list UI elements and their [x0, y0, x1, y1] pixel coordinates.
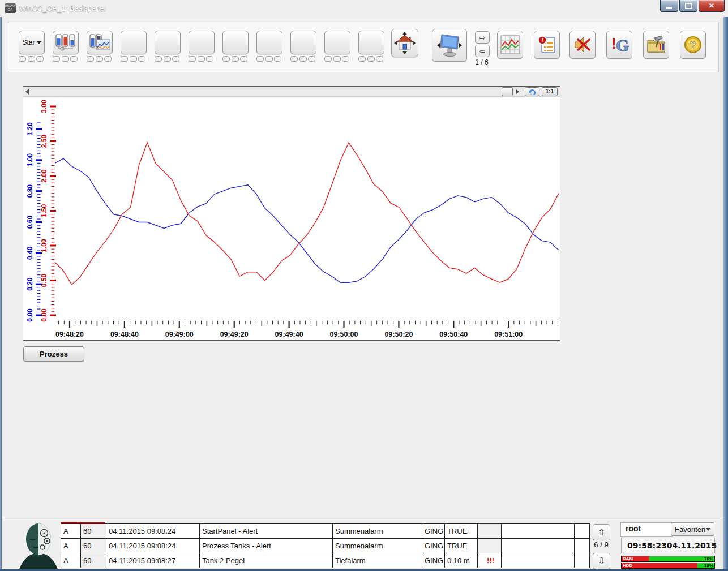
hdd-percent: 18% [704, 563, 713, 568]
toolbar-empty-button-7[interactable] [324, 31, 350, 54]
scroll-left-icon[interactable] [25, 89, 29, 95]
trend-ratio-button[interactable]: 1:1 [542, 87, 558, 96]
minimize-icon [666, 7, 672, 9]
trend-scroll-strip[interactable]: 1:1 [23, 87, 560, 97]
undo-arrow-icon [528, 88, 536, 95]
favorites-label: Favoriten [675, 525, 705, 534]
toolbar-empty-button-6[interactable] [290, 31, 316, 54]
page-back-button[interactable]: ⇦ [475, 45, 490, 57]
led-strip [189, 56, 213, 62]
svg-text:G: G [616, 36, 629, 54]
svg-text:09:49:00: 09:49:00 [165, 330, 194, 338]
mute-horn-icon [573, 35, 592, 54]
arrow-up-icon: ⇧ [598, 527, 605, 538]
arrow-right-icon: ⇨ [479, 33, 486, 42]
ging-acknowledge-icon: G ! [610, 35, 629, 54]
tanks-overview-icon [55, 34, 76, 51]
alarm-table-red-marker [61, 522, 105, 523]
window-frame-right [723, 17, 728, 571]
toolbar-empty-button-3[interactable] [189, 31, 215, 54]
monitor-icon [434, 31, 465, 60]
alarm-table[interactable]: A6004.11.2015 09:08:24StartPanel - Alert… [61, 523, 590, 568]
tanks-overview-button[interactable] [53, 31, 79, 54]
led-strip [256, 56, 281, 62]
toolbar-empty-button-5[interactable] [256, 31, 282, 54]
help-button[interactable]: ? [680, 31, 706, 59]
trend-plot[interactable]: 0.000.200.400.600.801.001.200.000.501.00… [23, 97, 560, 340]
chevron-down-icon [706, 528, 710, 531]
system-tools-button[interactable] [643, 31, 669, 59]
window-title: WinCC_OA_1: Basispanel [19, 4, 105, 12]
svg-text:09:49:20: 09:49:20 [220, 330, 249, 338]
tanks-trend-button[interactable] [87, 31, 113, 54]
alarm-scroll-up-button[interactable]: ⇧ [593, 524, 610, 540]
svg-text:09:48:20: 09:48:20 [55, 330, 84, 338]
current-date: 04.11.2015 [667, 541, 717, 550]
minimize-button[interactable] [660, 0, 678, 12]
mute-horn-button[interactable] [569, 31, 596, 59]
trend-curves-icon [500, 35, 520, 54]
svg-text:09:50:40: 09:50:40 [439, 330, 468, 338]
tab-prozess[interactable]: Prozess [23, 346, 84, 362]
trend-undo-zoom-button[interactable] [525, 87, 539, 96]
svg-text:1.50: 1.50 [40, 204, 48, 217]
toolbar-empty-button-1[interactable] [121, 31, 147, 54]
alarm-table-body: A6004.11.2015 09:08:24StartPanel - Alert… [61, 524, 590, 568]
alarm-row[interactable]: A6004.11.2015 09:08:24Prozess Tanks - Al… [61, 539, 590, 553]
toolbar-empty-button-8[interactable] [358, 31, 384, 54]
led-strip [358, 56, 383, 62]
toolbar-empty-button-4[interactable] [222, 31, 249, 54]
alarm-row[interactable]: A6004.11.2015 09:08:24StartPanel - Alert… [61, 524, 590, 539]
page-forward-button[interactable]: ⇨ [475, 31, 490, 44]
svg-text:2.50: 2.50 [40, 134, 48, 148]
trend-chart-panel: 1:1 0.000.200.400.600.801.001.200.000.50… [23, 86, 560, 341]
alarm-list-button[interactable]: ! [534, 31, 560, 59]
maximize-icon [685, 3, 692, 9]
favorites-dropdown[interactable]: Favoriten [671, 522, 714, 536]
trend-option-button[interactable] [502, 87, 513, 96]
close-icon: ✕ [709, 2, 714, 10]
led-strip [87, 56, 112, 62]
close-button[interactable]: ✕ [699, 0, 725, 12]
system-tools-icon [646, 36, 666, 54]
titlebar[interactable]: WinCC OA WinCC_OA_1: Basispanel ✕ [0, 0, 728, 18]
svg-text:1.00: 1.00 [40, 239, 48, 252]
led-strip [121, 56, 145, 62]
svg-text:1.00: 1.00 [26, 153, 34, 167]
led-strip [155, 56, 179, 62]
svg-text:!: ! [541, 37, 543, 44]
toolbar-page-indicator: 1 / 6 [472, 58, 492, 66]
ram-label: RAM [623, 556, 633, 561]
start-menu-button[interactable]: Star [19, 31, 45, 54]
bottom-separator [2, 520, 723, 520]
scroll-right-icon[interactable] [516, 89, 519, 94]
clock-panel: 09:58:23 04.11.2015 [621, 538, 715, 553]
svg-text:09:51:00: 09:51:00 [494, 330, 523, 338]
trend-curves-button[interactable] [497, 31, 523, 59]
alarm-row[interactable]: A6004.11.2015 09:08:27Tank 2 PegelTiefal… [61, 553, 590, 568]
current-user-field[interactable]: root [620, 522, 673, 537]
maximize-button[interactable] [679, 0, 697, 12]
led-strip [324, 56, 349, 62]
svg-text:09:50:20: 09:50:20 [384, 330, 413, 338]
app-icon: WinCC OA [5, 3, 16, 13]
home-navigation-button[interactable] [391, 29, 418, 57]
start-menu-label: Star [22, 38, 35, 46]
main-toolbar: Star [8, 22, 719, 72]
led-strip [290, 56, 315, 62]
arrow-down-icon: ⇩ [598, 556, 605, 566]
toolbar-empty-button-2[interactable] [155, 31, 181, 54]
ging-acknowledge-button[interactable]: G ! [606, 31, 632, 59]
alarm-list-icon: ! [537, 35, 556, 54]
hdd-label: HDD [623, 563, 632, 568]
svg-text:0.00: 0.00 [40, 308, 48, 322]
hdd-usage-bar: HDD 18% [621, 563, 715, 569]
alarm-scroll-down-button[interactable]: ⇩ [593, 553, 610, 569]
monitor-select-button[interactable] [432, 29, 467, 62]
user-avatar[interactable] [16, 522, 61, 569]
tanks-trend-icon [89, 34, 110, 51]
svg-text:0.50: 0.50 [40, 273, 48, 287]
ram-usage-bar: RAM 70% [621, 556, 715, 562]
svg-text:0.40: 0.40 [26, 246, 34, 260]
wincc-window: WinCC OA WinCC_OA_1: Basispanel ✕ Star [0, 0, 728, 571]
